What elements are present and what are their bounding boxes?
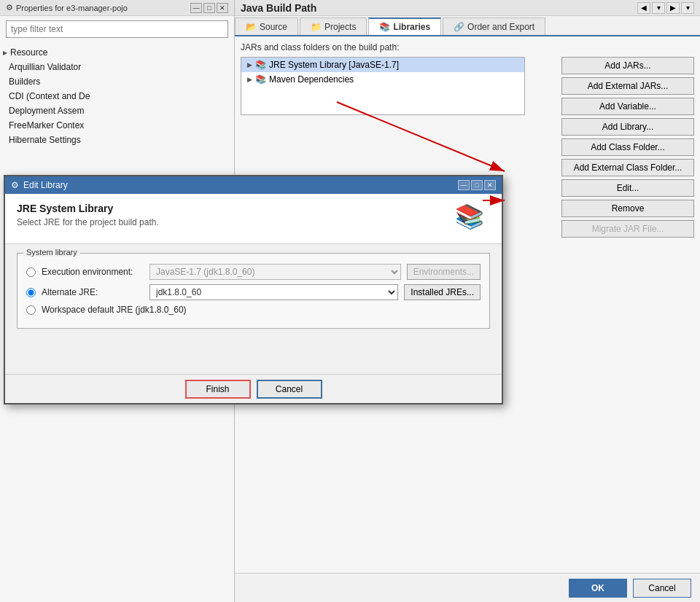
- nav-item-deployment[interactable]: Deployment Assem: [0, 103, 234, 118]
- nav-item-arquillian[interactable]: Arquillian Validator: [0, 60, 234, 74]
- filter-input[interactable]: [6, 20, 228, 38]
- nav-arrow-icon: ▶: [3, 50, 7, 56]
- migrate-jar-btn[interactable]: Migrate JAR File...: [561, 220, 694, 238]
- source-icon: 📂: [246, 22, 257, 32]
- installed-jres-btn[interactable]: Installed JREs...: [404, 284, 481, 300]
- tab-order-export[interactable]: 🔗 Order and Export: [443, 17, 545, 35]
- left-panel-title: ⚙ Properties for e3-manager-pojo — □ ✕: [0, 0, 234, 16]
- nav-list: ▶ Resource Arquillian Validator Builders…: [0, 42, 234, 150]
- remove-btn[interactable]: Remove: [561, 200, 694, 217]
- system-library-group: System library Execution environment: Ja…: [17, 253, 490, 329]
- order-icon: 🔗: [454, 22, 464, 32]
- tree-item-maven[interactable]: ▶ 📚 Maven Dependencies: [241, 72, 524, 87]
- dialog-close-btn[interactable]: ✕: [484, 180, 496, 190]
- nav-item-hibernate[interactable]: Hibernate Settings: [0, 133, 234, 147]
- dialog-title-icon: ⚙: [11, 180, 19, 190]
- execution-env-row: Execution environment: JavaSE-1.7 (jdk1.…: [26, 264, 481, 280]
- build-path-title: Java Build Path: [241, 2, 316, 14]
- add-jars-btn[interactable]: Add JARs...: [561, 57, 694, 74]
- maven-icon: 📚: [255, 74, 266, 85]
- main-footer: OK Cancel: [235, 573, 700, 602]
- add-class-folder-btn[interactable]: Add Class Folder...: [561, 138, 694, 156]
- workspace-default-radio[interactable]: [26, 305, 36, 315]
- right-panel-title: Java Build Path ◀ ▾ ▶ ▾: [235, 0, 700, 16]
- nav-back-btn[interactable]: ◀: [637, 2, 650, 14]
- nav-item-cdi[interactable]: CDI (Context and De: [0, 89, 234, 103]
- properties-title: Properties for e3-manager-pojo: [16, 4, 128, 12]
- close-btn[interactable]: ✕: [217, 3, 228, 13]
- ok-btn[interactable]: OK: [569, 579, 627, 598]
- projects-icon: 📁: [311, 22, 322, 32]
- tree-arrow-icon: ▶: [247, 61, 252, 69]
- group-label: System library: [23, 248, 80, 257]
- dialog-header: JRE System Library Select JRE for the pr…: [5, 194, 502, 244]
- dialog-subtext: Select JRE for the project build path.: [17, 217, 159, 227]
- main-cancel-btn[interactable]: Cancel: [633, 579, 691, 598]
- add-external-class-folder-btn[interactable]: Add External Class Folder...: [561, 159, 694, 176]
- dialog-footer: Finish Cancel: [5, 374, 502, 403]
- dialog-title-text: Edit Library: [23, 180, 68, 190]
- jre-icon: 📚: [255, 60, 266, 70]
- tree-container[interactable]: ▶ 📚 JRE System Library [JavaSE-1.7] ▶ 📚 …: [241, 57, 525, 115]
- add-external-jars-btn[interactable]: Add External JARs...: [561, 77, 694, 95]
- finish-btn[interactable]: Finish: [185, 380, 251, 399]
- tree-item-jre[interactable]: ▶ 📚 JRE System Library [JavaSE-1.7]: [241, 58, 524, 72]
- alternate-jre-select[interactable]: jdk1.8.0_60: [149, 284, 398, 300]
- dialog-heading: JRE System Library: [17, 203, 159, 214]
- nav-item-builders[interactable]: Builders: [0, 74, 234, 89]
- dialog-title-controls: — □ ✕: [458, 180, 496, 190]
- alternate-jre-label: Alternate JRE:: [42, 287, 144, 297]
- nav-down-btn[interactable]: ▾: [652, 2, 665, 14]
- dialog-maximize-btn[interactable]: □: [471, 180, 483, 190]
- workspace-default-row: Workspace default JRE (jdk1.8.0_60): [26, 305, 481, 315]
- dialog-title-bar: ⚙ Edit Library — □ ✕: [5, 176, 502, 194]
- tabs-bar: 📂 Source 📁 Projects 📚 Libraries 🔗 Order …: [235, 16, 700, 36]
- add-library-btn[interactable]: Add Library...: [561, 118, 694, 136]
- tree-arrow-maven-icon: ▶: [247, 76, 252, 83]
- panel-nav-arrows: ◀ ▾ ▶ ▾: [637, 2, 694, 14]
- tab-libraries[interactable]: 📚 Libraries: [368, 17, 441, 35]
- workspace-default-label: Workspace default JRE (jdk1.8.0_60): [42, 305, 187, 315]
- environments-btn[interactable]: Environments...: [407, 264, 481, 280]
- dialog-cancel-btn[interactable]: Cancel: [257, 380, 322, 399]
- right-buttons: Add JARs... Add External JARs... Add Var…: [556, 57, 694, 238]
- execution-env-select[interactable]: JavaSE-1.7 (jdk1.8.0_60): [149, 264, 401, 280]
- dialog-body: System library Execution environment: Ja…: [5, 244, 502, 343]
- tab-projects[interactable]: 📁 Projects: [300, 17, 367, 35]
- content-label: JARs and class folders on the build path…: [241, 42, 694, 52]
- nav-fwd-btn[interactable]: ▶: [666, 2, 680, 14]
- nav-item-resource[interactable]: ▶ Resource: [0, 45, 234, 60]
- libraries-icon: 📚: [379, 22, 390, 32]
- dialog-minimize-btn[interactable]: —: [458, 180, 470, 190]
- dialog-header-text: JRE System Library Select JRE for the pr…: [17, 203, 159, 227]
- edit-library-dialog: ⚙ Edit Library — □ ✕ JRE System Library …: [4, 175, 503, 404]
- edit-btn[interactable]: Edit...: [561, 179, 694, 197]
- execution-env-radio[interactable]: [26, 267, 36, 277]
- alternate-jre-radio[interactable]: [26, 288, 36, 297]
- minimize-btn[interactable]: —: [190, 3, 202, 13]
- nav-item-freemarker[interactable]: FreeMarker Contex: [0, 118, 234, 133]
- add-variable-btn[interactable]: Add Variable...: [561, 98, 694, 115]
- settings-icon: ⚙: [6, 3, 13, 12]
- dialog-library-icon: 📚: [455, 203, 490, 238]
- tab-source[interactable]: 📂 Source: [235, 17, 298, 35]
- alternate-jre-row: Alternate JRE: jdk1.8.0_60 Installed JRE…: [26, 284, 481, 300]
- maximize-btn[interactable]: □: [203, 3, 215, 13]
- execution-env-label: Execution environment:: [42, 267, 144, 277]
- nav-fwd-down-btn[interactable]: ▾: [681, 2, 694, 14]
